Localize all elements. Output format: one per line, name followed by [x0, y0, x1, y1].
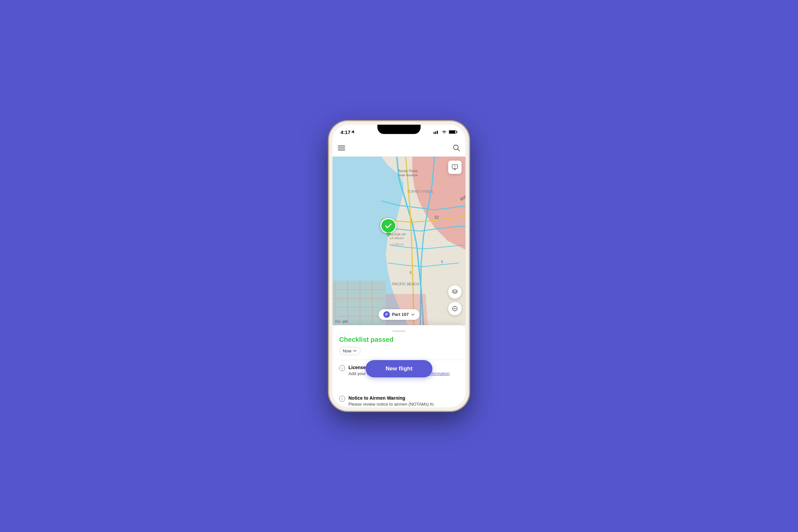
svg-text:5: 5: [410, 271, 412, 274]
notam-title: Notice to Airmen Warning: [348, 395, 459, 401]
status-time: 4:17: [341, 129, 355, 135]
flag-button[interactable]: !: [448, 160, 461, 174]
bottom-panel: Checklist passed Now i License informati…: [332, 325, 466, 407]
map-svg: 805 805 52 5 5 CLAIREMONT Torrey Pines S…: [332, 157, 466, 325]
time-selector[interactable]: Now: [339, 347, 360, 355]
new-flight-button[interactable]: New flight: [365, 360, 432, 377]
time-chevron-icon: [353, 349, 357, 353]
layers-button[interactable]: [448, 285, 461, 299]
flag-icon: !: [452, 164, 458, 171]
svg-point-35: [454, 308, 456, 309]
checkmark-icon: [384, 222, 393, 230]
svg-text:LA JOLLA: LA JOLLA: [390, 243, 404, 246]
location-arrow-icon: [352, 130, 355, 134]
map-area[interactable]: 805 805 52 5 5 CLAIREMONT Torrey Pines S…: [332, 157, 466, 325]
info-icon-license: i: [339, 365, 345, 371]
notch: [377, 125, 421, 134]
svg-rect-1: [435, 131, 436, 134]
time-label: Now: [343, 348, 352, 354]
svg-text:LA JOLLA: LA JOLLA: [390, 236, 404, 240]
svg-rect-33: [454, 169, 456, 170]
notam-content: Notice to Airmen Warning Please review n…: [348, 395, 459, 407]
svg-rect-4: [449, 131, 455, 133]
phone-frame: 4:17: [329, 121, 469, 411]
part107-selector[interactable]: P Part 107: [379, 309, 420, 320]
status-icons: [434, 130, 457, 134]
svg-text:52: 52: [435, 215, 439, 220]
svg-text:Torrey Pines: Torrey Pines: [398, 169, 418, 173]
svg-text:!: !: [455, 165, 456, 168]
svg-text:TORREY PINES: TORREY PINES: [407, 190, 434, 193]
marker-circle: [380, 218, 396, 233]
menu-button[interactable]: [338, 146, 345, 150]
layers-icon: [452, 289, 458, 295]
notam-body: Please review notice to airmen (NOTAMs) …: [348, 401, 459, 407]
location-marker: [380, 218, 396, 237]
battery-icon: [449, 130, 457, 134]
top-navigation-bar: [332, 139, 466, 157]
notam-warning-item: i Notice to Airmen Warning Please review…: [339, 395, 459, 407]
svg-text:PACIFIC BEACH: PACIFIC BEACH: [392, 282, 419, 286]
svg-line-7: [457, 149, 459, 151]
info-icon-notam: i: [339, 396, 345, 402]
phone-screen: 4:17: [332, 125, 466, 407]
marker-tail: [386, 233, 391, 237]
svg-text:State Reserve: State Reserve: [398, 174, 418, 177]
wifi-icon: [441, 130, 447, 134]
part107-icon: P: [383, 311, 390, 318]
search-icon[interactable]: [453, 144, 460, 152]
chevron-down-icon: [411, 312, 415, 317]
checklist-title: Checklist passed: [339, 336, 459, 343]
svg-rect-5: [457, 131, 457, 133]
drag-handle: [392, 330, 406, 332]
svg-text:5: 5: [441, 260, 443, 264]
time-display: 4:17: [341, 129, 350, 135]
location-button[interactable]: [448, 302, 461, 315]
svg-rect-0: [434, 132, 435, 134]
compass-icon: [452, 305, 458, 312]
google-logo: Google: [335, 319, 348, 323]
signal-icon: [434, 130, 440, 134]
svg-rect-2: [437, 131, 438, 134]
part107-label: Part 107: [392, 312, 409, 317]
